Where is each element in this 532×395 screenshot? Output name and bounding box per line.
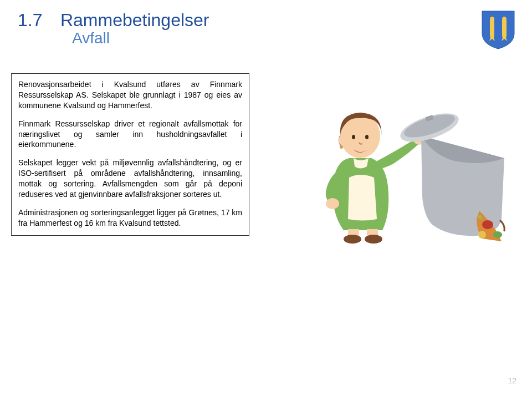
page-header: 1.7 Rammebetingelser Avfall	[0, 0, 532, 47]
svg-point-6	[340, 145, 343, 149]
section-subtitle: Avfall	[72, 29, 532, 47]
svg-point-13	[493, 231, 502, 238]
svg-point-7	[326, 198, 339, 209]
svg-point-17	[344, 235, 361, 244]
paragraph: Renovasjonsarbeidet i Kvalsund utføres a…	[18, 79, 242, 111]
svg-point-3	[352, 135, 355, 139]
waste-illustration-icon	[283, 75, 515, 252]
section-number: 1.7	[18, 10, 42, 31]
svg-point-0	[490, 17, 494, 21]
svg-point-1	[503, 17, 506, 21]
paragraph: Selskapet legger vekt på miljøvennlig av…	[18, 158, 242, 200]
svg-point-5	[339, 136, 344, 145]
content-text-box: Renovasjonsarbeidet i Kvalsund utføres a…	[11, 73, 249, 236]
paragraph: Administrasjonen og sorteringsanlegget l…	[18, 207, 242, 229]
section-title: Rammebetingelser	[60, 10, 209, 31]
svg-point-12	[482, 220, 493, 229]
svg-point-14	[478, 231, 486, 239]
svg-point-4	[365, 135, 369, 139]
paragraph: Finnmark Ressursselskap driver et region…	[18, 119, 242, 150]
municipal-crest-icon	[481, 10, 515, 50]
page-number: 12	[508, 376, 516, 385]
svg-point-18	[365, 235, 382, 244]
